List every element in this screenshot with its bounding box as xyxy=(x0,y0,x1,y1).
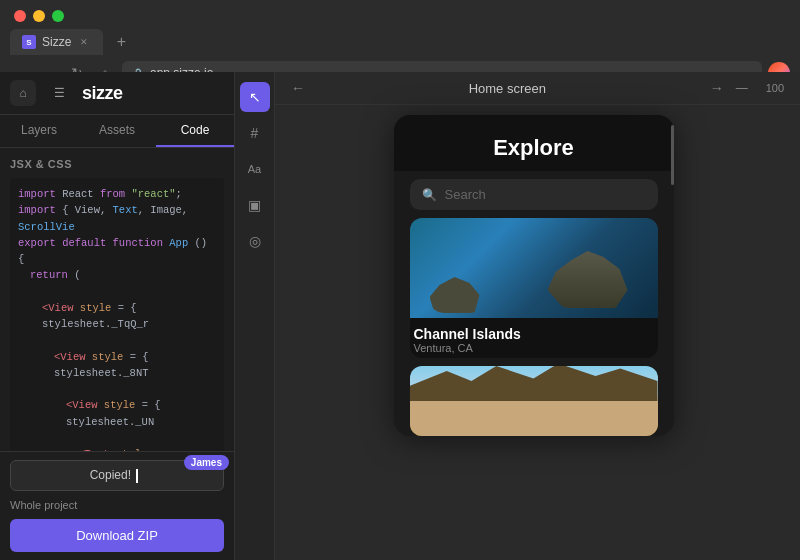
tab-favicon: S xyxy=(22,35,36,49)
search-placeholder: Search xyxy=(445,187,486,202)
code-section-label: JSX & CSS xyxy=(10,158,224,170)
whole-project-label: Whole project xyxy=(10,499,224,511)
tab-close-button[interactable]: ✕ xyxy=(77,35,91,49)
traffic-lights xyxy=(0,0,800,28)
component-icon: ◎ xyxy=(249,233,261,249)
preview-forward-button[interactable]: → xyxy=(710,80,724,96)
scrollbar-indicator xyxy=(671,125,674,185)
search-bar[interactable]: 🔍 Search xyxy=(410,179,658,210)
component-tool-button[interactable]: ◎ xyxy=(240,226,270,256)
right-panel: ← Home screen → — 100 Explore 🔍 Search xyxy=(275,72,800,560)
tab-code[interactable]: Code xyxy=(156,115,234,147)
preview-back-button[interactable]: ← xyxy=(291,80,305,96)
tab-bar: S Sizze ✕ + xyxy=(0,28,800,56)
zoom-minus-button[interactable]: — xyxy=(736,81,748,95)
panel-tabs: Layers Assets Code xyxy=(0,115,234,148)
cursor-indicator xyxy=(136,469,144,483)
mountain-silhouette xyxy=(410,366,658,406)
browser-tab[interactable]: S Sizze ✕ xyxy=(10,29,103,55)
left-panel: ⌂ ☰ sizze Layers Assets Code JSX & CSS i… xyxy=(0,72,235,560)
card-name: Channel Islands xyxy=(410,326,658,342)
tab-title: Sizze xyxy=(42,35,71,49)
frame-tool-button[interactable]: # xyxy=(240,118,270,148)
middle-toolbar: ↖ # Aa ▣ ◎ xyxy=(235,72,275,560)
cursor-tool-button[interactable]: ↖ xyxy=(240,82,270,112)
menu-button[interactable]: ☰ xyxy=(46,80,72,106)
code-panel: JSX & CSS import React from "react"; imp… xyxy=(0,148,234,451)
copied-button[interactable]: Copied! James xyxy=(10,460,224,491)
card-image-channel-islands xyxy=(410,218,658,318)
card-subtitle: Ventura, CA xyxy=(410,342,658,354)
desert-background xyxy=(410,366,658,436)
minimize-button[interactable] xyxy=(33,10,45,22)
search-icon: 🔍 xyxy=(422,188,437,202)
image-icon: ▣ xyxy=(248,197,261,213)
code-block[interactable]: import React from "react"; import { View… xyxy=(10,178,224,451)
bottom-bar: Copied! James Whole project Download ZIP xyxy=(0,451,234,560)
text-icon: Aa xyxy=(248,163,261,175)
island-background xyxy=(410,218,658,318)
phone-container: Explore 🔍 Search Channel Islands xyxy=(275,105,800,560)
card-channel-islands[interactable]: Channel Islands Ventura, CA xyxy=(410,218,658,358)
browser-chrome: S Sizze ✕ + ← → ↻ ⌂ 🔒 app.sizze.io xyxy=(0,0,800,72)
rock-left xyxy=(430,273,480,313)
app-body: ⌂ ☰ sizze Layers Assets Code JSX & CSS i… xyxy=(0,72,800,560)
desert-floor xyxy=(410,401,658,436)
new-tab-button[interactable]: + xyxy=(111,32,131,52)
tab-layers[interactable]: Layers xyxy=(0,115,78,147)
text-tool-button[interactable]: Aa xyxy=(240,154,270,184)
frame-icon: # xyxy=(251,125,259,141)
card-desert[interactable] xyxy=(410,366,658,436)
screen-explore-title: Explore xyxy=(410,135,658,161)
image-tool-button[interactable]: ▣ xyxy=(240,190,270,220)
phone-screen: Explore 🔍 Search Channel Islands xyxy=(394,115,674,436)
user-avatar-badge: James xyxy=(184,455,229,470)
close-button[interactable] xyxy=(14,10,26,22)
home-icon-button[interactable]: ⌂ xyxy=(10,80,36,106)
copied-label: Copied! xyxy=(90,468,131,482)
download-zip-button[interactable]: Download ZIP xyxy=(10,519,224,552)
preview-nav: ← Home screen → — 100 xyxy=(275,72,800,105)
tab-assets[interactable]: Assets xyxy=(78,115,156,147)
app-logo: sizze xyxy=(82,83,123,104)
maximize-button[interactable] xyxy=(52,10,64,22)
app-header: ⌂ ☰ sizze xyxy=(0,72,234,115)
preview-screen-title: Home screen xyxy=(317,81,698,96)
card-info-channel-islands: Channel Islands Ventura, CA xyxy=(410,318,658,358)
card-image-desert xyxy=(410,366,658,436)
cursor-icon: ↖ xyxy=(249,89,261,105)
zoom-level: 100 xyxy=(766,82,784,94)
rock-right xyxy=(548,248,628,308)
screen-title-bar: Explore xyxy=(394,115,674,171)
